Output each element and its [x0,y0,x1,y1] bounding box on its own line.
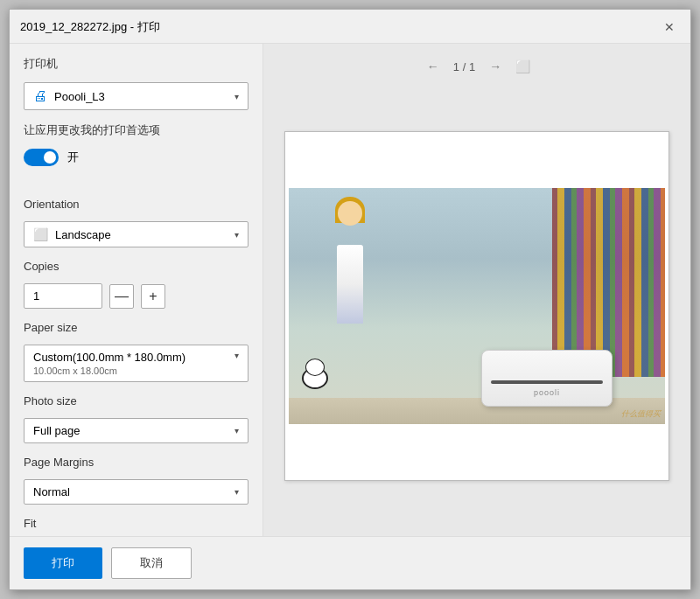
toggle-section: 让应用更改我的打印首选项 开 [24,122,248,166]
paper-size-label: Paper size [24,321,248,334]
toggle-description: 让应用更改我的打印首选项 [24,122,248,138]
copies-input[interactable] [24,283,102,309]
chevron-down-icon: ▾ [234,426,239,435]
chevron-down-icon: ▾ [234,487,239,497]
photo-panda [298,359,332,389]
preview-navigation: ← 1 / 1 → ⬜ [424,58,530,75]
page-indicator: 1 / 1 [453,60,475,73]
chevron-down-icon: ▾ [234,351,239,360]
dialog-body: 打印机 🖨 Poooli_L3 ▾ 让应用更改我的打印首选项 开 Orienta… [10,44,690,536]
preview-panel: ← 1 / 1 → ⬜ [263,44,690,536]
printer-logo-text: poooli [534,388,560,397]
chevron-down-icon: ▾ [234,92,239,101]
copies-label: Copies [24,260,248,273]
preview-image: poooli 什么值得买 [289,188,665,424]
photo-size-section: Photo size Full page ▾ [24,394,248,443]
next-page-button[interactable]: → [486,58,505,75]
photo-printer-device: poooli [481,337,612,407]
copies-increment-button[interactable]: + [141,284,165,309]
photo-scene: poooli 什么值得买 [289,188,665,424]
left-panel: 打印机 🖨 Poooli_L3 ▾ 让应用更改我的打印首选项 开 Orienta… [10,44,263,536]
paper-size-dropdown[interactable]: Custom(100.0mm * 180.0mm) 10.00cm x 18.0… [24,345,248,382]
orientation-value: Landscape [55,228,228,241]
panda-head [305,359,325,376]
page-margins-value: Normal [33,485,228,498]
toggle-row: 开 [24,149,248,166]
prev-page-button[interactable]: ← [424,58,443,75]
copies-decrement-button[interactable]: — [109,284,134,309]
fit-label: Fit [24,517,248,530]
photo-size-dropdown[interactable]: Full page ▾ [24,418,248,443]
printer-section-label: 打印机 [24,56,248,72]
copies-section: Copies — + [24,260,248,309]
figure-head [338,201,362,226]
fullscreen-icon[interactable]: ⬜ [515,59,530,73]
photo-figure [315,192,385,324]
printer-dropdown[interactable]: 🖨 Poooli_L3 ▾ [24,82,248,110]
paper-size-section: Paper size Custom(100.0mm * 180.0mm) 10.… [24,321,248,382]
close-button[interactable]: ✕ [659,17,680,38]
printer-section: 打印机 🖨 Poooli_L3 ▾ [24,56,248,110]
toggle-switch[interactable] [24,149,59,166]
orientation-section: Orientation ⬜ Landscape ▾ [24,198,248,247]
photo-size-label: Photo size [24,394,248,407]
orientation-dropdown[interactable]: ⬜ Landscape ▾ [24,221,248,247]
page-margins-section: Page Margins Normal ▾ [24,456,248,505]
printer-icon: 🖨 [33,88,47,104]
orientation-label: Orientation [24,198,248,211]
printer-name: Poooli_L3 [54,90,228,103]
chevron-down-icon: ▾ [234,230,239,240]
printer-slot [491,380,603,384]
paper-size-sub: 10.00cm x 18.00cm [33,366,228,376]
footer-buttons: 打印 取消 [10,536,690,589]
landscape-icon: ⬜ [33,227,48,241]
title-bar: 2019_12_282272.jpg - 打印 ✕ [10,10,690,44]
print-dialog: 2019_12_282272.jpg - 打印 ✕ 打印机 🖨 Poooli_L… [9,9,691,590]
page-margins-dropdown[interactable]: Normal ▾ [24,479,248,505]
printer-body: poooli [481,350,612,407]
photo-size-value: Full page [33,424,228,437]
preview-page: poooli 什么值得买 [284,131,669,481]
copies-row: — + [24,283,248,309]
cancel-button[interactable]: 取消 [111,547,192,579]
preview-area: poooli 什么值得买 [277,89,676,522]
dialog-title: 2019_12_282272.jpg - 打印 [20,19,160,35]
fit-section: Fit [24,517,248,535]
paper-size-value: Custom(100.0mm * 180.0mm) [33,351,228,364]
print-button[interactable]: 打印 [24,547,102,579]
paper-size-content: Custom(100.0mm * 180.0mm) 10.00cm x 18.0… [33,351,228,376]
toggle-state-label: 开 [67,150,79,165]
figure-body [337,245,363,324]
page-margins-label: Page Margins [24,456,248,469]
watermark-text: 什么值得买 [621,408,661,420]
